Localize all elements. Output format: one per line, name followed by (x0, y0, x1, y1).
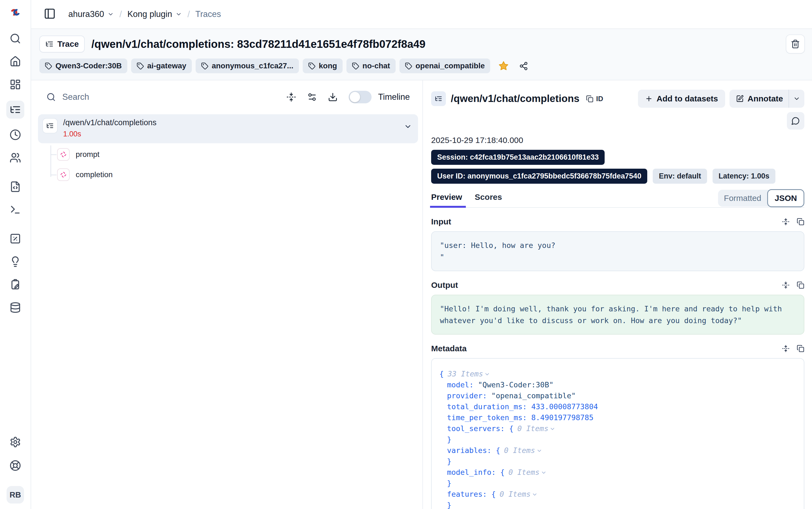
annotate-dropdown-button[interactable] (789, 90, 804, 108)
tag-chip[interactable]: Qwen3-Coder:30B (39, 59, 127, 73)
tag-chip[interactable]: openai_compatible (400, 59, 490, 73)
collapse-all-button[interactable] (286, 92, 296, 102)
tree-child-prompt[interactable]: prompt (38, 145, 418, 164)
copy-icon[interactable] (797, 218, 804, 226)
sidebar-item-annotation[interactable] (8, 278, 22, 292)
sidebar-item-home[interactable] (8, 55, 22, 68)
sidebar-item-sessions[interactable] (8, 128, 22, 142)
id-label: ID (596, 95, 603, 103)
chevron-down-icon (175, 11, 182, 18)
breadcrumb-separator: / (187, 9, 190, 20)
copy-icon[interactable] (797, 345, 804, 352)
tree-collapse-chevron[interactable] (404, 123, 412, 131)
format-option-json[interactable]: JSON (767, 189, 804, 207)
json-line[interactable]: variables:{0 Items (439, 445, 796, 456)
timeline-toggle[interactable] (348, 91, 372, 103)
input-content[interactable]: "user: Hello, how are you?" (431, 231, 804, 271)
sidebar-item-playground[interactable] (8, 203, 22, 216)
file-code-icon (9, 181, 21, 193)
event-icon-box (57, 168, 70, 181)
input-section: Input "user: Hello, how are you?" (431, 217, 804, 271)
add-to-datasets-button[interactable]: Add to datasets (638, 90, 725, 108)
json-line[interactable]: tool_servers:{0 Items (439, 423, 796, 434)
format-option-formatted[interactable]: Formatted (718, 194, 768, 203)
tree-root-duration: 1.00s (63, 130, 156, 138)
sidebar-item-datasets[interactable] (8, 301, 22, 314)
json-line: model:"Qwen3-Coder:30B" (439, 379, 796, 391)
trace-detail-panel: /qwen/v1/chat/completions ID Add to data… (423, 80, 812, 509)
sidebar-item-search[interactable] (8, 32, 22, 45)
trace-timestamp: 2025-10-29 17:18:40.000 (431, 136, 804, 145)
annotate-button[interactable]: Annotate (730, 90, 788, 108)
annotate-label: Annotate (747, 94, 783, 103)
fold-vertical-icon[interactable] (782, 281, 789, 289)
chevron-down-icon (532, 491, 538, 498)
search-input[interactable]: Search (46, 92, 286, 102)
tab-scores[interactable]: Scores (475, 193, 502, 207)
tag-icon (352, 62, 359, 70)
sidebar-item-prompts[interactable] (8, 180, 22, 194)
trace-type-badge[interactable]: Trace (39, 36, 85, 53)
json-line[interactable]: features:{0 Items (439, 489, 796, 500)
json-line: } (439, 500, 796, 509)
sidebar-item-scores[interactable] (8, 232, 22, 245)
tag-chip[interactable]: ai-gateway (131, 59, 192, 73)
tab-preview[interactable]: Preview (431, 193, 462, 207)
annotate-button-group: Annotate (730, 90, 804, 108)
share-button[interactable] (519, 62, 528, 71)
star-icon (499, 61, 509, 71)
comments-button[interactable] (787, 112, 804, 130)
trace-node-icon-box (42, 118, 58, 133)
tree-child-completion[interactable]: completion (38, 166, 418, 184)
json-line[interactable]: {33 Items (439, 369, 796, 379)
output-section: Output "Hello! I'm doing well, thank you… (431, 280, 804, 335)
metadata-section: Metadata {33 Items model:"Qwen3-Coder:30… (431, 344, 804, 509)
fold-vertical-icon[interactable] (782, 345, 789, 352)
tag-label: anonymous_c1fca27... (212, 62, 293, 70)
sidebar-item-evals[interactable] (8, 255, 22, 268)
search-placeholder: Search (62, 92, 89, 102)
sidebar-item-support[interactable] (8, 459, 22, 472)
event-icon-box (57, 148, 70, 161)
main-column: ahura360 / Kong plugin / Traces Trace /q… (31, 0, 812, 509)
chevron-down-icon (107, 11, 114, 18)
trace-tags-row: Qwen3-Coder:30B ai-gateway anonymous_c1f… (39, 59, 805, 73)
sidebar-item-users[interactable] (8, 151, 22, 165)
json-line[interactable]: model_info:{0 Items (439, 467, 796, 478)
topbar: ahura360 / Kong plugin / Traces (31, 0, 812, 29)
tag-chip[interactable]: kong (303, 59, 343, 73)
timeline-label: Timeline (378, 92, 410, 102)
breadcrumb-project[interactable]: ahura360 (68, 9, 114, 19)
tag-label: kong (319, 62, 337, 70)
list-tree-icon (46, 122, 54, 130)
app-logo-icon[interactable] (9, 6, 22, 19)
json-line: } (439, 434, 796, 445)
terminal-icon (9, 204, 21, 215)
user-id-badge[interactable]: User ID: anonymous_c1fca2795bbedc5f36678… (431, 169, 647, 184)
tree-root-row[interactable]: /qwen/v1/chat/completions 1.00s (38, 114, 418, 143)
delete-trace-button[interactable] (786, 34, 805, 54)
sidebar-item-dashboard[interactable] (8, 78, 22, 91)
copy-icon[interactable] (797, 281, 804, 289)
session-badge[interactable]: Session: c42fca19b75e13aac2b2106610f81e3… (431, 150, 605, 165)
fold-vertical-icon[interactable] (782, 218, 789, 226)
dashboard-icon (9, 79, 21, 90)
breadcrumb-page-label[interactable]: Traces (195, 9, 221, 19)
metadata-json-viewer[interactable]: {33 Items model:"Qwen3-Coder:30B" provid… (431, 358, 804, 509)
tag-chip[interactable]: anonymous_c1fca27... (196, 59, 299, 73)
json-line: total_duration_ms:433.00008773804 (439, 401, 796, 412)
tag-chip[interactable]: no-chat (346, 59, 396, 73)
user-avatar[interactable]: RB (6, 486, 24, 504)
chevron-down-icon (793, 95, 800, 102)
output-content[interactable]: "Hello! I'm doing well, thank you for as… (431, 295, 804, 335)
download-button[interactable] (328, 92, 338, 102)
breadcrumb-section[interactable]: Kong plugin (127, 9, 182, 19)
bookmark-star-button[interactable] (499, 61, 509, 71)
sidebar-item-settings[interactable] (8, 435, 22, 449)
copy-id-button[interactable]: ID (586, 95, 603, 103)
list-tree-icon (9, 104, 21, 115)
view-settings-button[interactable] (307, 92, 317, 102)
sidebar-toggle-button[interactable] (44, 8, 57, 21)
trace-header: Trace /qwen/v1/chat/completions: 83cd782… (31, 29, 812, 80)
sidebar-item-traces[interactable] (6, 101, 24, 118)
